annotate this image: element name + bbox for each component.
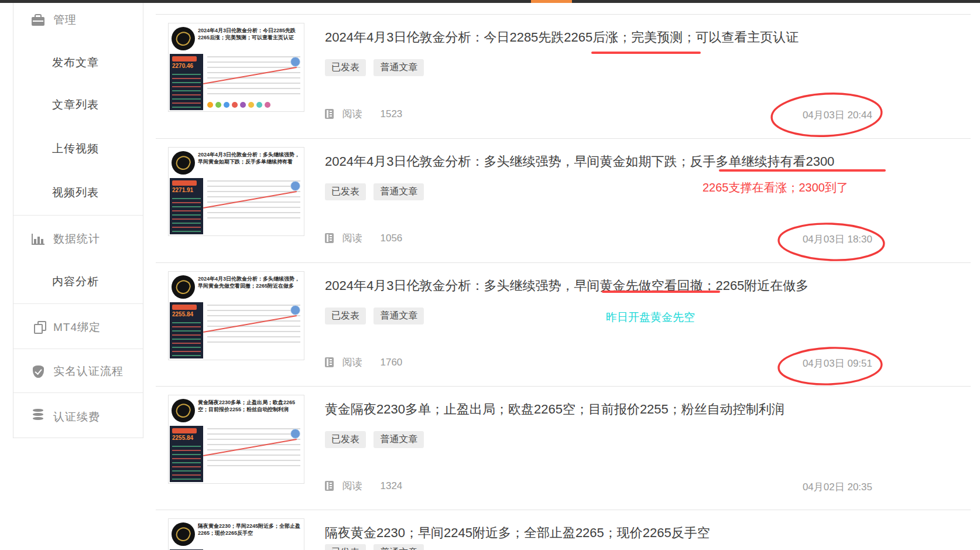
article-title[interactable]: 2024年4月3日伦敦金分析：多头继续强势，早间黄金先做空看回撤；2265附近在…	[325, 277, 808, 295]
sidebar-item-certification-renewal[interactable]: 认证续费	[13, 409, 143, 425]
sidebar-divider	[13, 215, 143, 216]
thumbnail-headline: 2024年4月3日伦敦金分析：多头继续强势，早间黄金先做空看回撤；2265附近在…	[198, 275, 301, 289]
thumbnail-text-lines	[207, 428, 300, 470]
read-count: 1523	[380, 108, 402, 119]
publish-date: 04月03日 18:30	[803, 233, 872, 246]
sidebar-item-realname-verification[interactable]: 实名认证流程	[13, 363, 143, 380]
article-manager-page: 管理 发布文章 文章列表 上传视频 视频列表 数据统计 内容分析 MT4绑定	[0, 0, 980, 550]
sidebar-item-manage[interactable]: 管理	[13, 12, 143, 28]
article-title[interactable]: 2024年4月3日伦敦金分析：多头继续强势，早间黄金如期下跌；反手多单继续持有看…	[325, 153, 834, 170]
copy-icon	[31, 324, 45, 330]
red-underline	[602, 291, 720, 293]
read-count: 1056	[380, 233, 402, 244]
sidebar: 管理 发布文章 文章列表 上传视频 视频列表 数据统计 内容分析 MT4绑定	[13, 3, 143, 438]
read-icon	[325, 109, 334, 119]
brand-logo-icon	[172, 27, 195, 50]
read-count: 1324	[380, 480, 402, 491]
type-badge: 普通文章	[374, 544, 424, 550]
sidebar-item-label: 上传视频	[52, 141, 99, 156]
status-badge: 已发表	[325, 544, 366, 550]
cyan-annotation-text: 昨日开盘黄金先空	[606, 310, 695, 325]
red-underline	[719, 169, 886, 172]
sidebar-item-video-list[interactable]: 视频列表	[13, 185, 143, 201]
thumbnail-price: 2271.91	[172, 187, 201, 193]
sidebar-item-content-analysis[interactable]: 内容分析	[13, 274, 143, 290]
thumbnail-trading-panel: 2255.84	[170, 302, 203, 358]
sidebar-item-upload-video[interactable]: 上传视频	[13, 141, 143, 157]
brand-logo-icon	[172, 399, 195, 422]
status-badge: 已发表	[325, 431, 366, 448]
top-bar	[0, 0, 980, 3]
read-meta: 阅读 1324	[325, 479, 402, 493]
sidebar-item-label: 认证续费	[53, 409, 100, 425]
brand-logo-icon	[172, 275, 195, 299]
read-label: 阅读	[342, 480, 362, 491]
avatar	[290, 57, 300, 67]
thumbnail-red-label	[172, 56, 197, 62]
type-badge: 普通文章	[374, 59, 424, 76]
top-progress-indicator	[531, 0, 572, 3]
thumbnail-text-lines	[207, 305, 300, 347]
briefcase-icon	[31, 15, 45, 26]
read-meta: 阅读 1056	[325, 231, 402, 245]
article-row: 隔夜黄金2230；早间2245附近多；全部止盈2265；现价2265反手空 隔夜…	[156, 510, 971, 550]
sidebar-item-mt4-binding[interactable]: MT4绑定	[13, 319, 143, 336]
article-title[interactable]: 隔夜黄金2230；早间2245附近多；全部止盈2265；现价2265反手空	[325, 524, 710, 542]
shield-check-icon	[31, 365, 45, 378]
thumbnail-quote-rows	[172, 446, 201, 480]
sidebar-item-label: 文章列表	[52, 97, 99, 112]
type-badge: 普通文章	[374, 431, 424, 448]
article-row: 黄金隔夜2230多单；止盈出局；欧盘2265空；目前报价2255；粉丝自动控制利…	[156, 386, 971, 511]
thumbnail-red-label	[172, 180, 197, 186]
brand-logo-icon	[172, 522, 195, 546]
tag-group: 已发表 普通文章	[325, 59, 429, 76]
type-badge: 普通文章	[374, 183, 424, 200]
article-row: 2024年4月3日伦敦金分析：今日2285先跌2265后涨；完美预测；可以查看主…	[156, 14, 971, 139]
thumbnail-quote-rows	[172, 74, 201, 108]
read-icon	[325, 481, 334, 491]
tag-group: 已发表 普通文章	[325, 544, 429, 550]
thumbnail-text-lines	[207, 180, 300, 223]
article-thumbnail[interactable]: 2024年4月3日伦敦金分析：多头继续强势，早间黄金先做空看回撤；2265附近在…	[168, 271, 304, 360]
read-count: 1760	[380, 357, 402, 368]
read-label: 阅读	[342, 357, 362, 368]
read-icon	[325, 357, 334, 367]
sidebar-item-data-statistics[interactable]: 数据统计	[13, 231, 143, 247]
article-thumbnail[interactable]: 黄金隔夜2230多单；止盈出局；欧盘2265空；目前报价2255；粉丝自动控制利…	[168, 395, 304, 484]
article-list: 2024年4月3日伦敦金分析：今日2285先跌2265后涨；完美预测；可以查看主…	[156, 14, 971, 550]
thumbnail-headline: 2024年4月3日伦敦金分析：多头继续强势，早间黄金如期下跌；反手多单继续持有看…	[198, 151, 301, 165]
article-title[interactable]: 2024年4月3日伦敦金分析：今日2285先跌2265后涨；完美预测；可以查看主…	[325, 29, 799, 46]
thumbnail-trading-panel: 2270.46	[170, 54, 203, 110]
thumbnail-trading-panel: 2271.91	[170, 178, 203, 234]
article-thumbnail[interactable]: 2024年4月3日伦敦金分析：今日2285先跌2265后涨；完美预测；可以查看主…	[168, 23, 304, 112]
thumbnail-headline: 2024年4月3日伦敦金分析：今日2285先跌2265后涨；完美预测；可以查看主…	[198, 27, 301, 41]
thumbnail-quote-rows	[172, 322, 201, 356]
avatar	[290, 429, 300, 439]
thumbnail-price: 2255.84	[172, 311, 201, 317]
publish-date: 04月03日 09:51	[803, 357, 872, 370]
sidebar-item-article-list[interactable]: 文章列表	[13, 97, 143, 113]
article-thumbnail[interactable]: 隔夜黄金2230；早间2245附近多；全部止盈2265；现价2265反手空	[168, 518, 304, 550]
thumbnail-headline: 黄金隔夜2230多单；止盈出局；欧盘2265空；目前报价2255；粉丝自动控制利…	[198, 399, 301, 413]
sidebar-divider	[13, 349, 143, 349]
read-meta: 阅读 1523	[325, 107, 402, 121]
sidebar-item-publish-article[interactable]: 发布文章	[13, 54, 143, 71]
thumbnail-headline: 隔夜黄金2230；早间2245附近多；全部止盈2265；现价2265反手空	[198, 522, 301, 537]
status-badge: 已发表	[325, 183, 366, 200]
article-row: 2024年4月3日伦敦金分析：多头继续强势，早间黄金先做空看回撤；2265附近在…	[156, 262, 971, 387]
sidebar-item-label: 内容分析	[52, 274, 99, 289]
sidebar-divider	[13, 303, 143, 304]
status-badge: 已发表	[325, 59, 366, 76]
sidebar-item-label: 视频列表	[52, 185, 99, 200]
read-meta: 阅读 1760	[325, 356, 402, 369]
sidebar-divider	[13, 392, 143, 393]
article-thumbnail[interactable]: 2024年4月3日伦敦金分析：多头继续强势，早间黄金如期下跌；反手多单继续持有看…	[168, 147, 304, 236]
thumbnail-red-label	[172, 305, 197, 310]
thumbnail-price: 2255.84	[172, 435, 201, 441]
read-icon	[325, 233, 334, 243]
status-badge: 已发表	[325, 308, 366, 324]
article-title[interactable]: 黄金隔夜2230多单；止盈出局；欧盘2265空；目前报价2255；粉丝自动控制利…	[325, 401, 784, 418]
red-annotation-text: 2265支撑在看涨；2300到了	[703, 180, 848, 196]
article-row: 2024年4月3日伦敦金分析：多头继续强势，早间黄金如期下跌；反手多单继续持有看…	[156, 138, 971, 263]
publish-date: 04月03日 20:44	[803, 108, 872, 122]
